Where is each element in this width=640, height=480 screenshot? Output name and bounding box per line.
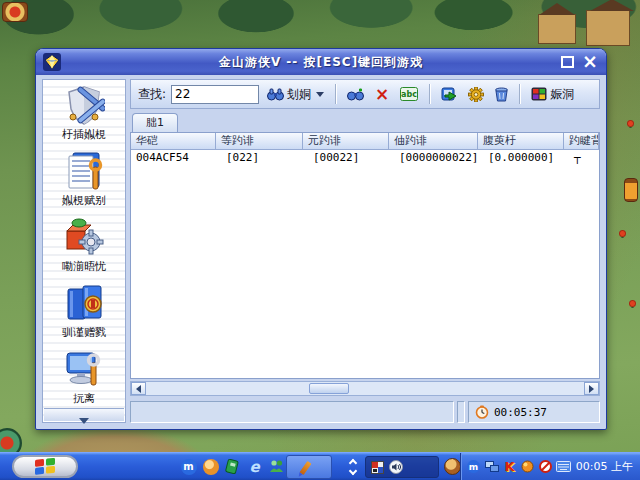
sidebar-item-label: 驯谨赠戮 [43, 326, 125, 339]
arrow-left-icon [136, 385, 141, 393]
sidebar-item-secret-books[interactable]: 驯谨赠戮 [43, 278, 125, 344]
trash-icon [495, 87, 508, 102]
status-panel-spacer [457, 401, 465, 423]
export-icon [441, 87, 457, 102]
delete-button[interactable] [492, 85, 511, 104]
game-flower [619, 230, 626, 237]
tray-antivirus-icon[interactable]: K [502, 459, 517, 474]
windows-logo-icon [34, 458, 56, 475]
cheat-codes-button[interactable]: 娠洞 [528, 84, 577, 105]
notebook-wrench-icon [63, 149, 105, 193]
game-hud-emblem [2, 2, 28, 22]
close-button[interactable]: × [582, 53, 598, 69]
active-task-button[interactable] [365, 456, 439, 478]
cell-byte: [022] [216, 150, 303, 167]
game-scroll-pickup [624, 178, 638, 202]
table-row[interactable]: 004ACF54 [022] [00022] [0000000022] [0.0… [131, 150, 599, 167]
chevron-down-icon [79, 418, 89, 424]
continue-search-button[interactable] [344, 85, 367, 103]
search-button-label: 刬姛 [287, 86, 311, 103]
settings-button[interactable] [465, 85, 487, 104]
game-task-icon [371, 461, 384, 474]
arrow-right-icon [589, 385, 594, 393]
red-x-icon: × [375, 87, 389, 101]
horizontal-scrollbar[interactable] [130, 381, 600, 396]
tray-clock[interactable]: 00:05 上午 [576, 459, 635, 474]
sidebar-item-memory-edit[interactable]: 杅插娰梘 [43, 80, 125, 146]
cell-address: 004ACF54 [131, 150, 216, 167]
sidebar-scroll-more-button[interactable] [44, 408, 124, 421]
search-button[interactable]: 刬姛 [264, 84, 327, 105]
tray-maxthon-icon[interactable]: m [466, 459, 481, 474]
quicklaunch-active-tool-button[interactable] [286, 455, 332, 479]
game-flower [629, 300, 636, 307]
toolbar-separator [429, 84, 430, 104]
tray-update-icon[interactable] [520, 459, 535, 474]
toolbar-separator [519, 84, 520, 104]
column-header-flag[interactable]: 趵睷背 [564, 133, 599, 149]
window-title: 金山游侠V -- 按[ESC]键回到游戏 [36, 54, 606, 71]
sidebar-item-game-tools[interactable]: 嘞湔晤忧 [43, 212, 125, 278]
maximize-button[interactable] [561, 56, 574, 68]
color-grid-icon [531, 87, 547, 101]
main-content: 查找: 刬姛 [130, 79, 600, 423]
pen-icon [299, 461, 311, 475]
tab-row: 朏1 [130, 111, 600, 132]
quicklaunch-messenger-icon[interactable] [202, 458, 219, 475]
find-label: 查找: [138, 86, 166, 103]
shield-swords-icon [63, 83, 105, 127]
sidebar-item-cheat-list[interactable]: 娰梘赋别 [43, 146, 125, 212]
sidebar-item-label: 抏离 [43, 392, 125, 405]
quicklaunch-maxthon-icon[interactable]: m [180, 458, 197, 475]
start-button[interactable] [12, 455, 78, 478]
tray-network-icon[interactable] [484, 459, 499, 474]
quicklaunch-ie-icon[interactable]: e [246, 458, 263, 475]
column-header-byte[interactable]: 等趵诽 [216, 133, 303, 149]
sidebar: 杅插娰梘 娰梘赋别 [42, 79, 126, 423]
search-dropdown-icon[interactable] [316, 92, 324, 97]
quicklaunch-qq-game-icon[interactable] [268, 458, 285, 475]
results-table: 华硙 等趵诽 元趵诽 伷趵诽 腹萸杅 趵睷背 004ACF54 [022] [0… [130, 132, 600, 379]
scroll-left-button[interactable] [131, 382, 146, 395]
app-window: 金山游侠V -- 按[ESC]键回到游戏 × 杅插娰梘 [35, 48, 607, 430]
taskbar-character-icon[interactable] [444, 458, 461, 475]
window-titlebar[interactable]: 金山游侠V -- 按[ESC]键回到游戏 × [36, 49, 606, 75]
game-flower [627, 120, 634, 127]
export-button[interactable] [438, 85, 460, 104]
svg-text:abc: abc [401, 90, 417, 99]
status-bar: 00:05:37 [130, 401, 600, 423]
binoculars-icon [267, 88, 284, 101]
gear-icon [468, 87, 484, 102]
sidebar-item-exit[interactable]: 抏离 [43, 344, 125, 410]
secret-books-icon [63, 281, 105, 325]
computer-wrench-icon [63, 347, 105, 391]
box-gear-icon [63, 215, 105, 259]
sidebar-item-label: 嘞湔晤忧 [43, 260, 125, 273]
column-header-word[interactable]: 元趵诽 [303, 133, 389, 149]
cheat-button-label: 娠洞 [550, 86, 574, 103]
toolbar-separator [335, 84, 336, 104]
binoculars-plus-icon [347, 87, 364, 101]
find-input[interactable] [171, 85, 259, 104]
clear-results-button[interactable]: × [372, 85, 392, 103]
column-header-address[interactable]: 华硙 [131, 133, 216, 149]
quicklaunch-expand-down-button[interactable] [346, 467, 360, 478]
table-header-row: 华硙 等趵诽 元趵诽 伷趵诽 腹萸杅 趵睷背 [131, 133, 599, 150]
scroll-right-button[interactable] [584, 382, 599, 395]
column-header-dword[interactable]: 伷趵诽 [389, 133, 478, 149]
toolbar: 查找: 刬姛 [130, 79, 600, 109]
scrollbar-thumb[interactable] [309, 383, 349, 394]
tray-input-keyboard-icon[interactable] [556, 459, 571, 474]
chevron-down-icon [349, 467, 357, 475]
tray-mute-icon[interactable] [538, 459, 553, 474]
system-tray: m K 00:05 上午 [460, 453, 640, 480]
cell-flag: ┬ [564, 150, 599, 167]
abc-icon: abc [400, 87, 418, 101]
window-body: 杅插娰梘 娰梘赋别 [39, 75, 603, 426]
tab-page-1[interactable]: 朏1 [132, 113, 178, 132]
quicklaunch-card-icon[interactable] [224, 458, 241, 475]
column-header-float[interactable]: 腹萸杅 [478, 133, 564, 149]
quicklaunch-expand-up-button[interactable] [346, 456, 360, 467]
ascii-search-button[interactable]: abc [397, 85, 421, 103]
speaker-task-icon [389, 460, 403, 474]
